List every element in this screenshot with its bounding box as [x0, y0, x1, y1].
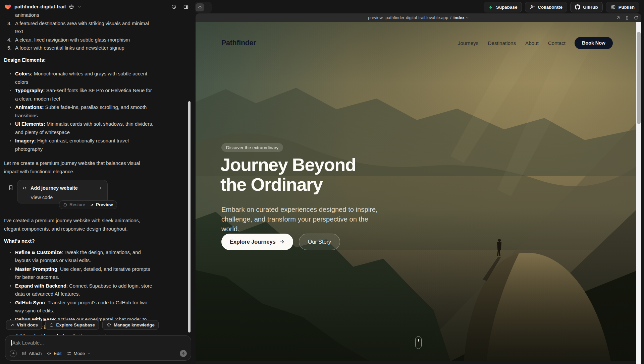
explore-journeys-button[interactable]: Explore Journeys [221, 234, 293, 250]
scroll-wheel-dot [418, 339, 419, 342]
restore-button[interactable]: Restore [63, 201, 85, 209]
chat-input-placeholder: Ask Lovable... [12, 340, 44, 346]
book-now-button[interactable]: Book Now [575, 37, 613, 49]
list-item: Typography: San-serif fonts like SF Pro … [4, 86, 154, 103]
code-icon[interactable] [196, 3, 204, 11]
publish-label: Publish [619, 5, 635, 10]
chat-messages: animations 3.A featured destinations are… [4, 11, 154, 349]
preview-scrollbar-track[interactable] [636, 22, 641, 364]
chevron-down-icon [466, 16, 469, 19]
explore-supabase-button[interactable]: Explore Supabase [45, 320, 99, 330]
attach-button[interactable]: Attach [22, 351, 42, 356]
send-button[interactable] [180, 350, 187, 357]
supabase-label: Supabase [496, 5, 517, 10]
sliders-icon [67, 351, 72, 356]
site-nav: Journeys Destinations About Contact [458, 40, 566, 46]
next-steps-list: Refine & Customize: Tweak the design, an… [4, 248, 154, 349]
bullet-dot [10, 268, 11, 270]
mobile-view-icon[interactable] [625, 16, 629, 20]
whats-next-heading: What's next? [4, 237, 154, 245]
add-button[interactable] [10, 350, 17, 357]
publish-globe-icon [610, 4, 616, 10]
bullet-dot [10, 302, 11, 303]
nav-link-about[interactable]: About [525, 40, 539, 46]
supabase-button[interactable]: Supabase [484, 2, 522, 12]
nav-link-journeys[interactable]: Journeys [458, 40, 479, 46]
hero-badge: Discover the extraordinary [221, 143, 283, 152]
collaborate-button[interactable]: Collaborate [525, 2, 567, 12]
supabase-bolt-icon [488, 5, 493, 10]
code-icon [22, 186, 27, 191]
refresh-icon[interactable] [634, 15, 638, 20]
list-item: 3.A featured destinations area with stri… [4, 19, 154, 36]
bullet-dot [10, 73, 11, 74]
list-item: Imagery: High-contrast, emotionally reso… [4, 137, 154, 153]
numbered-list: 3.A featured destinations area with stri… [4, 19, 154, 52]
list-item: Master Prompting: Use clear, detailed, a… [4, 265, 154, 282]
our-story-button[interactable]: Our Story [299, 234, 340, 250]
site-logo[interactable]: Pathfinder [221, 39, 256, 47]
scroll-indicator [415, 336, 422, 349]
arrow-right-icon [279, 239, 285, 245]
composer-toolbar: Attach Edit Mode [10, 349, 187, 357]
select-target-icon [47, 351, 52, 356]
list-item: Expand with Backend: Connect Supabase to… [4, 282, 154, 298]
quick-actions: Visit docs Explore Supabase Manage knowl… [6, 320, 159, 330]
attach-image-icon [22, 351, 27, 356]
chat-input[interactable]: Ask Lovable... [11, 340, 186, 347]
bookmark-icon[interactable] [8, 185, 14, 190]
bullet-dot [10, 319, 11, 320]
visit-docs-button[interactable]: Visit docs [6, 320, 42, 330]
preview-panel: preview--pathfinder-digital-trail.lovabl… [196, 13, 641, 364]
bullet-dot [10, 107, 11, 108]
external-link-icon [90, 203, 94, 207]
page-selector[interactable]: index [453, 15, 469, 20]
chat-scrollbar[interactable] [188, 101, 191, 332]
chat-panel: animations 3.A featured destinations are… [0, 0, 196, 364]
lovable-app: pathfinder-digital-trail Supaba [0, 0, 644, 364]
github-label: GitHub [583, 5, 598, 10]
artifact-card[interactable]: Add journey website View code [17, 180, 108, 203]
preview-url: preview--pathfinder-digital-trail.lovabl… [368, 15, 448, 20]
collaborate-label: Collaborate [538, 5, 562, 10]
publish-button[interactable]: Publish [606, 2, 639, 12]
topbar-actions: Supabase Collaborate GitHub Publish [484, 2, 639, 12]
chevron-down-icon [87, 352, 91, 355]
preview-scrollbar-thumb[interactable] [637, 32, 641, 124]
restore-preview-pill: Restore Preview [59, 200, 117, 209]
restore-icon [63, 203, 67, 207]
chevron-right-icon [98, 186, 103, 190]
design-elements-heading: Design Elements: [4, 56, 154, 64]
github-button[interactable]: GitHub [570, 2, 603, 12]
github-icon [575, 4, 580, 10]
mode-selector[interactable]: Mode [67, 351, 91, 356]
preview-button[interactable]: Preview [90, 201, 113, 209]
list-item: Animations: Subtle fade-ins, parallax sc… [4, 103, 154, 120]
assistant-paragraph: I've created a premium journey website w… [4, 217, 154, 233]
nav-link-destinations[interactable]: Destinations [488, 40, 516, 46]
urlbar-actions [616, 13, 638, 22]
external-link-icon [10, 323, 14, 327]
code-preview-toggle[interactable] [195, 2, 212, 13]
artifact-block: Add journey website View code Restore [4, 180, 154, 208]
nav-link-contact[interactable]: Contact [548, 40, 566, 46]
bullet-dot [10, 285, 11, 287]
hero-cta-row: Explore Journeys Our Story [221, 234, 340, 250]
manage-knowledge-button[interactable]: Manage knowledge [102, 320, 159, 330]
collaborate-people-icon [530, 4, 535, 10]
bullet-dot [10, 140, 11, 141]
list-item: 4.A clean, fixed navigation with subtle … [4, 36, 154, 44]
hero-headline: Journey Beyond the Ordinary [220, 155, 356, 194]
bullet-dot [10, 252, 11, 253]
artifact-title: Add journey website [31, 184, 78, 192]
composer: Ask Lovable... Attach Edit [5, 335, 191, 361]
edit-button[interactable]: Edit [47, 351, 61, 356]
open-external-icon[interactable] [616, 15, 621, 20]
design-bullet-list: Colors: Monochromatic whites and grays w… [4, 70, 154, 153]
graduation-cap-icon [106, 322, 111, 327]
assistant-paragraph: Let me create a premium journey website … [4, 159, 154, 176]
list-item: 5.A footer with essential links and news… [4, 44, 154, 52]
list-item: Refine & Customize: Tweak the design, an… [4, 248, 154, 265]
bullet-dot [10, 90, 11, 91]
site-header: Pathfinder Journeys Destinations About C… [196, 34, 636, 52]
